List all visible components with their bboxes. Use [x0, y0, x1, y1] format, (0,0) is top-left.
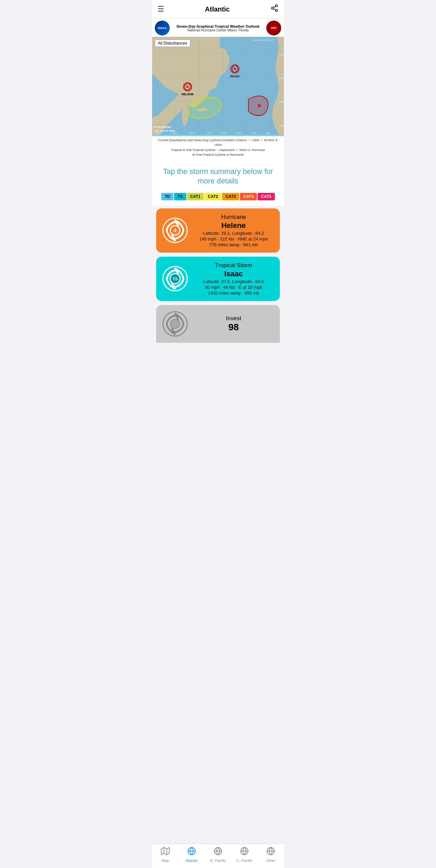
helene-name: Helene	[193, 221, 274, 230]
cat-ts: TS	[174, 193, 186, 200]
svg-text:80W: 80W	[189, 132, 194, 134]
header-title: Atlantic	[205, 5, 229, 13]
nav-epacific[interactable]: E. Pacific	[205, 847, 231, 863]
menu-icon[interactable]: ☰	[158, 5, 164, 14]
svg-text:✕: ✕	[257, 103, 261, 109]
svg-text:40W: 40W	[252, 132, 257, 134]
nav-epacific-label: E. Pacific	[210, 859, 226, 863]
invest98-info: Invest 98	[193, 315, 274, 333]
invest-number: 98	[193, 322, 274, 333]
svg-text:70W: 70W	[206, 132, 211, 134]
isaac-icon: TS	[162, 265, 189, 292]
helene-stats: 140 mph · 122 kts · NNE at 24 mph	[193, 236, 274, 241]
svg-text:60W: 60W	[221, 132, 226, 134]
svg-text:100W: 100W	[155, 132, 162, 134]
svg-line-4	[273, 6, 276, 8]
svg-text:4: 4	[174, 227, 177, 233]
cat-4: CAT4	[240, 193, 257, 200]
svg-point-30	[187, 86, 189, 88]
isaac-stats: 50 mph · 44 kts · E at 10 mph	[193, 285, 274, 290]
svg-text:www.hurricanes.gov: www.hurricanes.gov	[252, 39, 274, 42]
map-title-main: Seven-Day Graphical Tropical Weather Out…	[170, 24, 266, 28]
noaa-logo: NOAA	[155, 21, 170, 35]
svg-text:50W: 50W	[237, 132, 242, 134]
storm-card-helene[interactable]: 4 Hurricane Helene Latitude: 29.1, Longi…	[156, 208, 280, 253]
svg-text:25N: 25N	[279, 100, 284, 103]
invest98-icon	[162, 310, 189, 337]
cpacific-globe-icon	[240, 847, 249, 858]
svg-text:45N: 45N	[279, 53, 284, 56]
share-icon[interactable]	[270, 4, 278, 14]
weather-map[interactable]: All Disturbances 45N 35N 25N 15N	[152, 37, 284, 136]
helene-coords: Latitude: 29.1, Longitude: -84.2	[193, 231, 274, 236]
cat-1: CAT1	[187, 193, 204, 200]
helene-type: Hurricane	[193, 214, 274, 221]
map-svg: 45N 35N 25N 15N www.hurricanes.gov ✕	[152, 37, 284, 135]
isaac-coords: Latitude: 37.5, Longitude: -50.6	[193, 279, 274, 284]
map-header: NOAA Seven-Day Graphical Tropical Weathe…	[152, 19, 284, 37]
nws-logo: NWS	[266, 21, 281, 35]
all-disturbances-badge[interactable]: All Disturbances	[155, 40, 190, 47]
category-legend: TD TS CAT1 CAT2 CAT3 CAT4 CAT5	[152, 193, 284, 206]
nav-map[interactable]: Map	[152, 847, 178, 863]
epacific-globe-icon	[214, 847, 222, 858]
app-header: ☰ Atlantic	[152, 0, 284, 19]
invest-type: Invest	[193, 315, 274, 322]
svg-marker-53	[161, 847, 169, 855]
nav-cpacific[interactable]: C. Pacific	[231, 847, 258, 863]
isaac-name: Isaac	[193, 270, 274, 278]
map-title-sub: National Hurricane Center Miami, Florida	[170, 28, 266, 32]
svg-text:15N: 15N	[279, 124, 284, 127]
nav-cpacific-label: C. Pacific	[237, 859, 252, 863]
cat-3: CAT3	[222, 193, 239, 200]
helene-distance: 778 miles away · 941 mb	[193, 242, 274, 247]
cat-5: CAT5	[258, 193, 274, 200]
nav-atlantic-label: Atlantic	[186, 859, 198, 863]
atlantic-globe-icon	[187, 847, 196, 858]
svg-text:35N: 35N	[279, 77, 284, 80]
svg-text:90W: 90W	[172, 132, 177, 134]
svg-text:30W: 30W	[265, 132, 270, 134]
svg-text:TS: TS	[173, 277, 177, 281]
isaac-type: Tropical Storm	[193, 262, 274, 269]
nav-atlantic[interactable]: Atlantic	[178, 847, 205, 863]
tap-message: Tap the storm summary below for more det…	[152, 159, 284, 193]
isaac-info: Tropical Storm Isaac Latitude: 37.5, Lon…	[193, 262, 274, 296]
helene-icon: 4	[162, 217, 189, 244]
other-globe-icon	[266, 847, 275, 858]
storm-card-isaac[interactable]: TS Tropical Storm Isaac Latitude: 37.5, …	[156, 257, 280, 301]
nav-other[interactable]: Other	[258, 847, 284, 863]
bottom-nav: Map Atlantic E. Pacific	[152, 844, 284, 868]
svg-point-33	[234, 68, 236, 70]
svg-text:07:54 PM EDT: 07:54 PM EDT	[154, 126, 172, 129]
map-legend: Current Disturbances and Seven-Day Cyclo…	[152, 136, 284, 159]
svg-text:HELENE: HELENE	[181, 93, 194, 96]
cat-td: TD	[161, 193, 173, 200]
storm-cards-list: 4 Hurricane Helene Latitude: 29.1, Longi…	[152, 206, 284, 346]
svg-point-52	[170, 319, 180, 329]
map-title-block: Seven-Day Graphical Tropical Weather Out…	[170, 24, 266, 32]
cat-2: CAT2	[204, 193, 221, 200]
svg-text:ISAAC: ISAAC	[230, 75, 240, 78]
nav-other-label: Other	[266, 859, 275, 863]
map-icon	[161, 847, 170, 858]
svg-line-3	[273, 9, 276, 10]
isaac-distance: 1450 miles away · 995 mb	[193, 290, 274, 296]
nav-map-label: Map	[162, 859, 169, 863]
storm-card-invest98[interactable]: Invest 98	[156, 305, 280, 343]
helene-info: Hurricane Helene Latitude: 29.1, Longitu…	[193, 214, 274, 247]
